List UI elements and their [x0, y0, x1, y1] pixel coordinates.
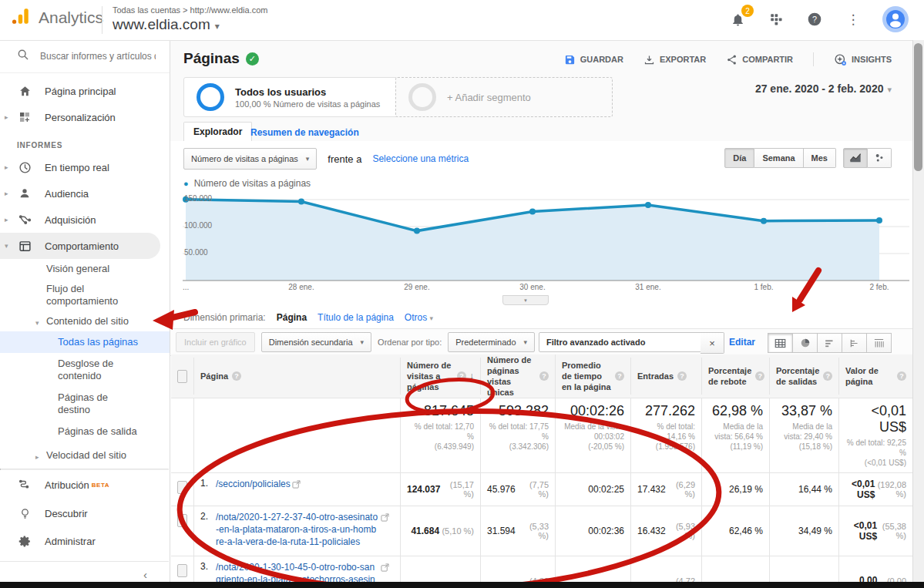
- scrollbar-thumb[interactable]: [914, 43, 922, 171]
- traffic-chart: 150.000100.00050.000: [183, 193, 909, 284]
- help-icon[interactable]: ?: [677, 371, 687, 381]
- sidebar-item-personalizacion[interactable]: ▸ Personalización: [0, 104, 170, 130]
- metric-dropdown[interactable]: Número de visitas a páginas▾: [183, 148, 317, 170]
- chevron-down-icon: ▾: [361, 338, 365, 346]
- dimension-pagina[interactable]: Página: [277, 312, 307, 323]
- dimension-titulo-link[interactable]: Título de la página: [318, 312, 394, 323]
- scatter-view-button[interactable]: [868, 148, 892, 168]
- dimension-otros-link[interactable]: Otros ▾: [405, 312, 433, 323]
- data-quality-check-icon[interactable]: ✓: [246, 52, 259, 66]
- chevron-right-icon: ▸: [35, 451, 39, 463]
- select-all-checkbox[interactable]: [177, 370, 187, 383]
- sidebar-item-home[interactable]: Página principal: [0, 78, 170, 104]
- help-icon[interactable]: ?: [823, 371, 832, 381]
- pivot-icon: [873, 338, 885, 348]
- sidebar-item-velocidad[interactable]: ▸ Velocidad del sitio: [0, 442, 170, 465]
- external-link-icon[interactable]: [292, 478, 301, 492]
- granularity-dia-button[interactable]: Día: [724, 148, 754, 168]
- table-toolbar: Incluir en gráfico Dimensión secundaria▾…: [170, 328, 913, 356]
- sidebar-item-administrar[interactable]: Administrar: [0, 527, 169, 555]
- chevron-down-icon: ▾: [306, 155, 310, 163]
- guardar-button[interactable]: GUARDAR: [564, 54, 623, 66]
- help-icon[interactable]: ?: [457, 371, 466, 381]
- sidebar-item-todas-las-paginas[interactable]: Todas las páginas: [0, 331, 170, 353]
- download-icon: [643, 54, 655, 66]
- external-link-icon[interactable]: [381, 511, 389, 525]
- edit-filter-link[interactable]: Editar: [729, 337, 755, 348]
- bar-chart-icon: [825, 338, 835, 348]
- row-checkbox[interactable]: [177, 564, 187, 577]
- sidebar-item-paginas-destino[interactable]: Páginas de destino: [0, 387, 141, 421]
- annotations-drawer-toggle[interactable]: ▼: [502, 295, 549, 305]
- chevron-right-icon: ▸: [5, 216, 8, 223]
- analytics-logo-icon[interactable]: [11, 6, 31, 29]
- view-performance-button[interactable]: [818, 333, 842, 353]
- notification-badge: 2: [741, 5, 754, 17]
- account-selector[interactable]: www.eldia.com▾: [113, 16, 220, 33]
- tab-bar: Explorador Resumen de navegación: [170, 122, 913, 142]
- analytics-app: Analytics Todas las cuentas > http://www…: [0, 0, 924, 588]
- page-link[interactable]: /nota/2020-1-27-2-37-40-otro-asesinato-e…: [216, 511, 379, 548]
- sidebar-item-atribucion[interactable]: AtribuciónBETA: [0, 470, 169, 499]
- granularity-semana-button[interactable]: Semana: [754, 148, 803, 168]
- table-view-switcher: [768, 333, 892, 353]
- svg-text:?: ?: [812, 15, 817, 24]
- sidebar-item-tiempo-real[interactable]: ▸ En tiempo real: [0, 154, 170, 180]
- vertical-scrollbar[interactable]: [912, 40, 924, 588]
- pie-chart-icon: [800, 338, 811, 348]
- more-menu-icon[interactable]: ⋮: [844, 10, 862, 29]
- sort-desc-icon[interactable]: ↓: [469, 371, 474, 381]
- remove-filter-button[interactable]: ×: [701, 332, 724, 354]
- page-link[interactable]: /seccion/policiales: [216, 478, 291, 490]
- sidebar-item-comportamiento[interactable]: ▾ Comportamiento: [0, 233, 160, 259]
- sidebar-item-vision-general[interactable]: Visión general: [0, 259, 170, 279]
- behavior-icon: [17, 240, 32, 253]
- line-chart-view-button[interactable]: [843, 148, 868, 168]
- sidebar-item-desglose[interactable]: Desglose de contenido: [0, 353, 141, 387]
- search-input[interactable]: [39, 50, 157, 62]
- granularity-mes-button[interactable]: Mes: [804, 148, 836, 168]
- sidebar-item-adquisicion[interactable]: ▸ Adquisición: [0, 207, 170, 233]
- help-icon[interactable]: ?: [897, 371, 906, 381]
- insights-button[interactable]: INSIGHTS: [834, 53, 892, 66]
- dimension-secundaria-dropdown[interactable]: Dimensión secundaria▾: [261, 332, 371, 352]
- row-checkbox[interactable]: [177, 481, 187, 494]
- help-icon[interactable]: ?: [755, 371, 764, 381]
- sidebar-item-paginas-salida[interactable]: Páginas de salida: [0, 421, 170, 442]
- tab-explorador[interactable]: Explorador: [183, 122, 252, 142]
- sidebar-item-audiencia[interactable]: ▸ Audiencia: [0, 180, 170, 207]
- view-percentage-button[interactable]: [793, 333, 818, 353]
- view-comparison-button[interactable]: [842, 333, 867, 353]
- table-icon: [774, 338, 786, 348]
- view-pivot-button[interactable]: [867, 333, 892, 353]
- help-icon[interactable]: ?: [232, 371, 241, 381]
- sidebar-item-flujo[interactable]: Flujo del comportamiento: [0, 279, 146, 311]
- compartir-button[interactable]: COMPARTIR: [726, 54, 793, 66]
- collapse-sidebar-icon[interactable]: ‹: [143, 568, 147, 581]
- help-icon[interactable]: ?: [805, 10, 824, 29]
- sidebar-item-contenido-del-sitio[interactable]: ▾ Contenido del sitio: [0, 311, 139, 331]
- vs-label: frente a: [328, 153, 361, 165]
- segment-all-users[interactable]: Todos los usuarios 100,00 % Número de vi…: [183, 77, 404, 117]
- traffic-chart-plot[interactable]: [183, 193, 909, 285]
- gear-icon: [17, 535, 32, 548]
- apps-grid-icon[interactable]: [767, 10, 785, 29]
- help-icon[interactable]: ?: [615, 371, 624, 381]
- add-segment-button[interactable]: + Añadir segmento: [395, 77, 613, 117]
- advanced-filter-chip[interactable]: Filtro avanzado activado: [539, 332, 701, 352]
- help-icon[interactable]: ?: [539, 371, 549, 381]
- ordenar-dropdown[interactable]: Predeterminado▾: [448, 332, 535, 352]
- row-checkbox[interactable]: [177, 514, 187, 527]
- sidebar-item-descubrir[interactable]: Descubrir: [0, 499, 169, 527]
- notifications-bell-icon[interactable]: 2: [728, 10, 747, 29]
- external-link-icon[interactable]: [381, 561, 389, 575]
- exportar-button[interactable]: EXPORTAR: [643, 54, 706, 66]
- tab-resumen-navegacion[interactable]: Resumen de navegación: [250, 127, 359, 138]
- attribution-icon: [17, 479, 32, 492]
- view-table-button[interactable]: [768, 333, 793, 353]
- avatar[interactable]: [882, 6, 909, 32]
- select-metric-link[interactable]: Seleccione una métrica: [372, 153, 469, 164]
- brand-name: Analytics: [39, 8, 103, 27]
- date-range-selector[interactable]: 27 ene. 2020 - 2 feb. 2020▾: [755, 82, 892, 95]
- table-totals-row: 817.645% del total: 12,70 %(6.439.949) 5…: [171, 398, 912, 473]
